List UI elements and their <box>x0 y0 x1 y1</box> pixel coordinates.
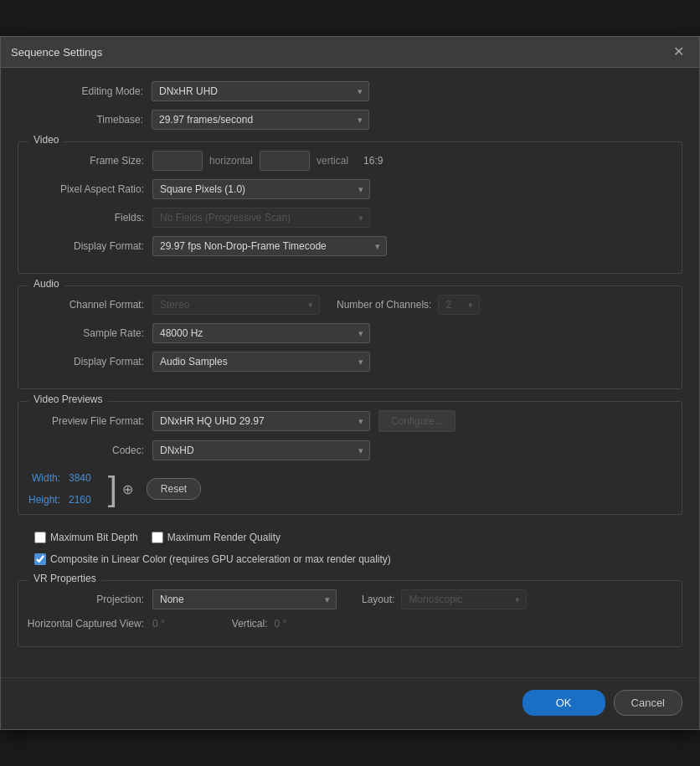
max-render-quality-checkbox[interactable] <box>152 532 163 543</box>
codec-select-wrapper: DNxHD <box>152 440 370 460</box>
projection-row: Projection: None Layout: Monoscopic <box>18 589 682 609</box>
width-label: Width: <box>18 472 69 484</box>
max-render-quality-checkbox-item[interactable]: Maximum Render Quality <box>152 532 281 543</box>
sample-rate-row: Sample Rate: 48000 Hz <box>18 323 682 343</box>
video-section: Video Frame Size: 3840 horizontal 2160 v… <box>18 141 682 274</box>
horizontal-captured-view-label: Horizontal Captured View: <box>18 618 152 630</box>
timebase-row: Timebase: 29.97 frames/second <box>18 110 682 130</box>
video-display-format-select[interactable]: 29.97 fps Non-Drop-Frame Timecode <box>152 236 387 256</box>
layout-label: Layout: <box>362 594 394 605</box>
preview-file-format-row: Preview File Format: DNxHR HQ UHD 29.97 … <box>18 410 682 432</box>
video-section-title: Video <box>28 134 64 146</box>
codec-label: Codec: <box>18 445 152 456</box>
checkboxes-row-1: Maximum Bit Depth Maximum Render Quality <box>18 527 682 548</box>
max-bit-depth-label: Maximum Bit Depth <box>50 532 138 543</box>
num-channels-label: Number of Channels: <box>337 299 431 311</box>
channel-format-select: Stereo <box>152 295 320 315</box>
horizontal-label: horizontal <box>209 155 253 167</box>
video-previews-title: Video Previews <box>28 393 108 405</box>
horizontal-captured-view-value: 0 ° <box>152 618 165 630</box>
fields-select-wrapper: No Fields (Progressive Scan) <box>152 208 370 228</box>
fields-label: Fields: <box>18 212 152 224</box>
audio-display-format-label: Display Format: <box>18 356 152 368</box>
layout-select: Monoscopic <box>401 589 527 609</box>
vr-section-title: VR Properties <box>28 573 101 584</box>
projection-select-wrapper: None <box>152 589 337 609</box>
vertical-label: Vertical: <box>232 618 268 630</box>
editing-mode-label: Editing Mode: <box>18 85 152 97</box>
audio-display-format-select-wrapper: Audio Samples <box>152 352 370 372</box>
bracket-icon: ] <box>108 472 117 506</box>
sample-rate-label: Sample Rate: <box>18 327 152 339</box>
audio-section-title: Audio <box>28 278 64 290</box>
reset-button[interactable]: Reset <box>147 478 201 500</box>
close-button[interactable]: ✕ <box>668 44 689 60</box>
bracket-area: ] ⊕ Reset <box>108 472 201 506</box>
sequence-settings-dialog: Sequence Settings ✕ Editing Mode: DNxHR … <box>0 36 700 730</box>
fields-row: Fields: No Fields (Progressive Scan) <box>18 208 682 228</box>
pixel-aspect-ratio-label: Pixel Aspect Ratio: <box>18 183 152 195</box>
dialog-body: Editing Mode: DNxHR UHD Timebase: 29.97 … <box>1 68 699 672</box>
height-label: Height: <box>18 494 69 506</box>
num-channels-select: 2 <box>438 295 480 315</box>
preview-file-format-select-wrapper: DNxHR HQ UHD 29.97 <box>152 411 370 431</box>
height-row: Height: 2160 <box>18 494 91 506</box>
audio-display-format-select[interactable]: Audio Samples <box>152 352 370 372</box>
codec-select[interactable]: DNxHD <box>152 440 370 460</box>
video-display-format-row: Display Format: 29.97 fps Non-Drop-Frame… <box>18 236 682 256</box>
channel-format-label: Channel Format: <box>18 299 152 311</box>
frame-size-label: Frame Size: <box>18 155 152 167</box>
timebase-select-wrapper: 29.97 frames/second <box>152 110 369 130</box>
cancel-button[interactable]: Cancel <box>614 690 682 716</box>
dimensions-area: Width: 3840 Height: 2160 ] ⊕ Reset <box>18 469 682 506</box>
video-previews-section: Video Previews Preview File Format: DNxH… <box>18 401 682 515</box>
video-display-format-select-wrapper: 29.97 fps Non-Drop-Frame Timecode <box>152 236 387 256</box>
link-icon: ⊕ <box>122 481 133 497</box>
width-value: 3840 <box>69 472 91 484</box>
pixel-aspect-ratio-row: Pixel Aspect Ratio: Square Pixels (1.0) <box>18 179 682 199</box>
projection-select[interactable]: None <box>152 589 337 609</box>
channel-format-row: Channel Format: Stereo Number of Channel… <box>18 295 682 315</box>
aspect-ratio-label: 16:9 <box>363 155 383 167</box>
num-channels-select-wrapper: 2 <box>438 295 480 315</box>
sample-rate-select[interactable]: 48000 Hz <box>152 323 370 343</box>
height-value: 2160 <box>69 494 91 506</box>
frame-width-input[interactable]: 3840 <box>152 151 203 171</box>
max-render-quality-label: Maximum Render Quality <box>167 532 281 543</box>
frame-size-row: Frame Size: 3840 horizontal 2160 vertica… <box>18 151 682 171</box>
frame-size-inputs: 3840 horizontal 2160 vertical 16:9 <box>152 151 383 171</box>
pixel-aspect-ratio-select-wrapper: Square Pixels (1.0) <box>152 179 370 199</box>
layout-select-wrapper: Monoscopic <box>401 589 527 609</box>
preview-file-format-label: Preview File Format: <box>18 415 152 427</box>
width-row: Width: 3840 <box>18 472 91 484</box>
composite-linear-label: Composite in Linear Color (requires GPU … <box>50 553 391 565</box>
composite-linear-checkbox-item[interactable]: Composite in Linear Color (requires GPU … <box>34 553 391 565</box>
composite-linear-checkbox[interactable] <box>34 553 46 565</box>
ok-button[interactable]: OK <box>522 690 605 716</box>
preview-file-format-select[interactable]: DNxHR HQ UHD 29.97 <box>152 411 370 431</box>
fields-select: No Fields (Progressive Scan) <box>152 208 370 228</box>
dimensions-labels: Width: 3840 Height: 2160 <box>18 472 91 506</box>
vertical-value: 0 ° <box>275 618 287 630</box>
audio-display-format-row: Display Format: Audio Samples <box>18 352 682 372</box>
frame-height-input[interactable]: 2160 <box>260 151 310 171</box>
vr-section: VR Properties Projection: None Layout: M… <box>18 580 682 647</box>
editing-mode-select[interactable]: DNxHR UHD <box>152 81 369 101</box>
timebase-select[interactable]: 29.97 frames/second <box>152 110 369 130</box>
vertical-label: vertical <box>317 155 348 167</box>
projection-label: Projection: <box>18 594 152 605</box>
top-fields: Editing Mode: DNxHR UHD Timebase: 29.97 … <box>18 81 682 130</box>
vr-angles-row: Horizontal Captured View: 0 ° Vertical: … <box>18 618 682 630</box>
pixel-aspect-ratio-select[interactable]: Square Pixels (1.0) <box>152 179 370 199</box>
max-bit-depth-checkbox[interactable] <box>34 532 46 543</box>
editing-mode-select-wrapper: DNxHR UHD <box>152 81 369 101</box>
editing-mode-row: Editing Mode: DNxHR UHD <box>18 81 682 101</box>
audio-section: Audio Channel Format: Stereo Number of C… <box>18 285 682 389</box>
video-display-format-label: Display Format: <box>18 240 152 252</box>
checkboxes-row-2: Composite in Linear Color (requires GPU … <box>18 548 682 570</box>
footer: OK Cancel <box>1 677 699 729</box>
sample-rate-select-wrapper: 48000 Hz <box>152 323 370 343</box>
configure-button: Configure... <box>378 410 456 432</box>
channel-format-select-wrapper: Stereo <box>152 295 320 315</box>
max-bit-depth-checkbox-item[interactable]: Maximum Bit Depth <box>34 532 138 543</box>
